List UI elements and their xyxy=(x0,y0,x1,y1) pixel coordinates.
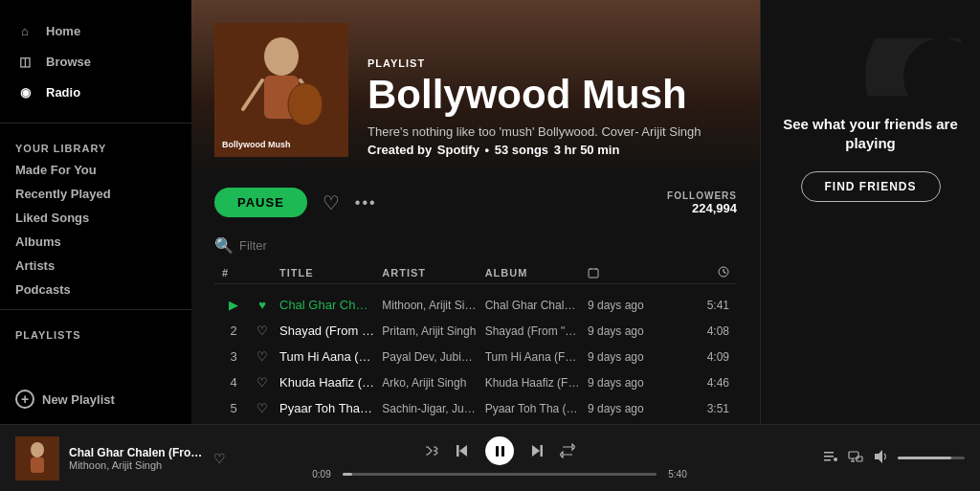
track-album: Chal Ghar Chalen (From "... xyxy=(485,299,580,312)
plus-icon: + xyxy=(15,390,34,409)
pause-button[interactable]: PAUSE xyxy=(214,188,307,217)
controls-bar: PAUSE ♡ ••• FOLLOWERS 224,994 xyxy=(191,172,760,233)
track-list-header: # TITLE ARTIST ALBUM xyxy=(214,262,737,284)
svg-point-5 xyxy=(288,83,323,125)
track-row[interactable]: 2 ♡ Shayad (From "Love Aaj Kal") Pritam,… xyxy=(214,318,737,344)
sidebar-item-liked-songs[interactable]: Liked Songs xyxy=(0,206,191,230)
queue-button[interactable] xyxy=(823,449,838,467)
creator-name: Spotify xyxy=(437,143,479,157)
track-artist: Mithoon, Arijit Singh xyxy=(382,299,477,312)
track-album: Khuda Haafiz (From "The ... xyxy=(485,376,580,390)
track-date: 9 days ago xyxy=(588,350,674,364)
playlist-meta: Created by Spotify • 53 songs 3 hr 50 mi… xyxy=(368,143,737,157)
sidebar-item-artists[interactable]: Artists xyxy=(0,254,191,278)
playlist-type-label: PLAYLIST xyxy=(368,57,737,69)
now-playing-artist: Mithoon, Arijit Singh xyxy=(69,459,204,471)
col-header-date xyxy=(588,267,674,279)
track-title-cell: Khuda Haafiz (From "The Body") xyxy=(279,375,374,390)
svg-rect-21 xyxy=(541,445,544,457)
sidebar-item-radio[interactable]: ◉ Radio xyxy=(0,77,191,107)
track-album: Shayad (From "Love Aaj K... xyxy=(485,324,580,338)
track-artist: Pritam, Arijit Singh xyxy=(382,324,477,338)
playlist-title: Bollywood Mush xyxy=(368,73,737,117)
sidebar-item-browse[interactable]: ◫ Browse xyxy=(0,46,191,77)
track-date: 9 days ago xyxy=(588,402,674,415)
svg-marker-30 xyxy=(875,450,882,463)
track-heart-btn[interactable]: ♡ xyxy=(253,324,272,338)
progress-fill xyxy=(343,473,352,476)
new-playlist-label: New Playlist xyxy=(42,392,115,407)
current-time: 0:09 xyxy=(308,469,335,480)
track-heart-btn[interactable]: ♡ xyxy=(253,375,272,390)
track-number: 5 xyxy=(222,401,245,415)
track-heart-btn[interactable]: ♥ xyxy=(253,298,272,312)
track-title: Chal Ghar Chalen (From "Malang - Unleash… xyxy=(279,298,374,312)
volume-bar[interactable] xyxy=(898,457,965,459)
sidebar-item-home[interactable]: ⌂ Home xyxy=(0,15,191,46)
repeat-button[interactable] xyxy=(560,443,575,458)
track-title-cell: Tum Hi Aana (From "Marjaavaan") xyxy=(279,349,374,364)
playlists-section-label: PLAYLISTS xyxy=(0,318,191,345)
player-bar: Chal Ghar Chalen (From "Mal... Mithoon, … xyxy=(0,424,980,491)
track-artist: Arko, Arijit Singh xyxy=(382,376,477,390)
svg-rect-15 xyxy=(31,458,44,473)
track-duration: 3:51 xyxy=(681,402,729,415)
pause-play-button[interactable] xyxy=(485,436,514,465)
playlist-cover: Bollywood Mush xyxy=(214,23,348,157)
playlist-description: There's nothing like too 'mush' Bollywoo… xyxy=(368,124,737,139)
track-heart-btn[interactable]: ♡ xyxy=(253,401,272,415)
track-row[interactable]: 4 ♡ Khuda Haafiz (From "The Body") Arko,… xyxy=(214,369,737,395)
track-row[interactable]: ▶ ♥ Chal Ghar Chalen (From "Malang - Unl… xyxy=(214,292,737,318)
svg-rect-18 xyxy=(496,446,499,457)
col-header-duration xyxy=(681,266,729,279)
previous-button[interactable] xyxy=(455,443,470,458)
track-row[interactable]: 3 ♡ Tum Hi Aana (From "Marjaavaan") Paya… xyxy=(214,344,737,369)
col-header-title: TITLE xyxy=(279,267,374,279)
sidebar-item-albums[interactable]: Albums xyxy=(0,230,191,254)
devices-button[interactable] xyxy=(848,449,863,467)
find-friends-button[interactable]: FIND FRIENDS xyxy=(801,171,941,202)
track-list: # TITLE ARTIST ALBUM ▶ ♥ Chal Ghar Chale… xyxy=(191,262,760,424)
filter-input[interactable] xyxy=(239,238,400,253)
now-playing-info: Chal Ghar Chalen (From "Mal... Mithoon, … xyxy=(69,446,204,471)
sidebar-item-label: Home xyxy=(46,24,80,38)
track-artist: Payal Dev, Jubin Nautiyal xyxy=(382,350,477,364)
track-number: 4 xyxy=(222,375,245,390)
sidebar-item-made-for-you[interactable]: Made For You xyxy=(0,158,191,182)
track-date: 9 days ago xyxy=(588,324,674,338)
more-options-button[interactable]: ••• xyxy=(355,194,377,212)
sidebar-item-recently-played[interactable]: Recently Played xyxy=(0,182,191,206)
followers-label: FOLLOWERS xyxy=(667,190,737,201)
followers-count: 224,994 xyxy=(667,201,737,215)
heart-button[interactable]: ♡ xyxy=(323,191,340,214)
svg-rect-19 xyxy=(501,446,504,457)
new-playlist-button[interactable]: + New Playlist xyxy=(0,382,191,416)
track-title: Khuda Haafiz (From "The Body") xyxy=(279,375,374,390)
next-button[interactable] xyxy=(529,443,545,458)
now-playing-heart-btn[interactable]: ♡ xyxy=(213,451,226,466)
col-header-album: ALBUM xyxy=(485,267,580,279)
sidebar-item-podcasts[interactable]: Podcasts xyxy=(0,278,191,301)
progress-bar[interactable] xyxy=(343,473,657,476)
browse-icon: ◫ xyxy=(15,52,34,71)
now-playing-thumbnail xyxy=(15,436,59,480)
track-title-cell: Chal Ghar Chalen (From "Malang - Unleash… xyxy=(279,298,374,312)
track-number: 2 xyxy=(222,324,245,338)
svg-rect-24 xyxy=(824,459,831,461)
svg-point-14 xyxy=(31,442,44,458)
col-header-num: # xyxy=(222,267,245,279)
content-area: Bollywood Mush PLAYLIST Bollywood Mush T… xyxy=(191,0,760,424)
svg-text:Bollywood Mush: Bollywood Mush xyxy=(222,140,291,149)
shuffle-button[interactable] xyxy=(424,443,439,458)
track-album: Pyaar Toh Tha (From "Bala") xyxy=(485,402,580,415)
volume-button[interactable] xyxy=(873,449,888,467)
track-heart-btn[interactable]: ♡ xyxy=(253,349,272,364)
followers-box: FOLLOWERS 224,994 xyxy=(667,190,737,215)
track-number: 3 xyxy=(222,349,245,364)
playlist-info: PLAYLIST Bollywood Mush There's nothing … xyxy=(368,57,737,157)
svg-marker-20 xyxy=(532,445,540,457)
track-artist: Sachin-Jigar, Jubin Nauti... xyxy=(382,402,477,415)
track-title: Tum Hi Aana (From "Marjaavaan") xyxy=(279,349,374,364)
radio-icon: ◉ xyxy=(15,82,34,101)
track-row[interactable]: 5 ♡ Pyaar Toh Tha (From "Bala") Sachin-J… xyxy=(214,395,737,421)
